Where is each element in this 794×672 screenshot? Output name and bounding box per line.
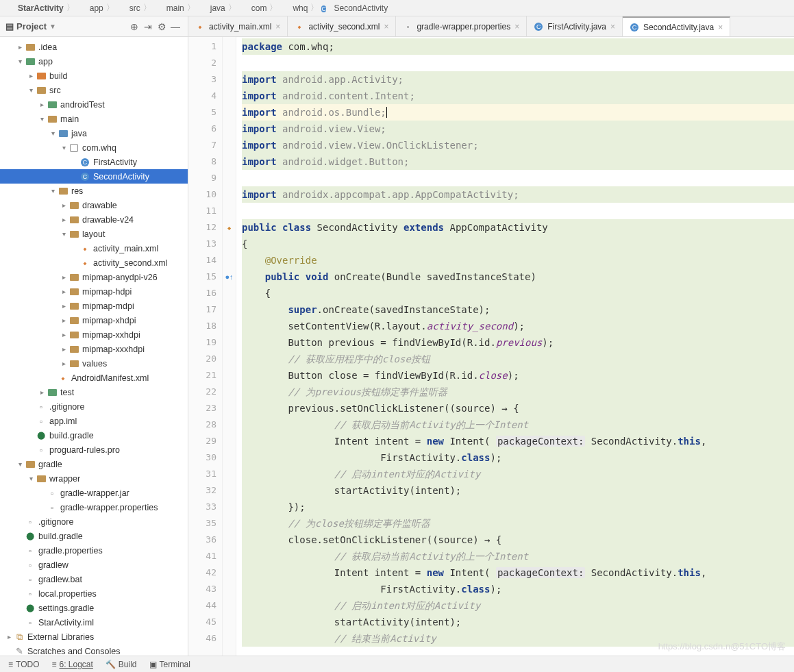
tree-node[interactable]: ▸mipmap-mdpi (0, 299, 188, 313)
tree-node[interactable]: ▸mipmap-anydpi-v26 (0, 270, 188, 284)
collapse-icon[interactable]: ⇥ (141, 20, 155, 34)
tree-node[interactable]: ▸✎Scratches and Consoles (0, 644, 188, 656)
line-gutter: 1234567891011121314151617181920212223282… (188, 37, 223, 656)
breadcrumb-item[interactable]: main (154, 3, 184, 13)
tree-node[interactable]: ▸▫StarActivity.iml (0, 615, 188, 630)
sidebar-header: ▤ Project ▼ ⊕ ⇥ ⚙ — (0, 16, 188, 37)
tree-node[interactable]: ▸▫gradle-wrapper.properties (0, 500, 188, 514)
tree-node[interactable]: ▾gradle (0, 457, 188, 471)
tree-node[interactable]: ▸⬥activity_main.xml (0, 241, 188, 256)
close-icon[interactable]: × (275, 22, 280, 32)
tree-node[interactable]: ▸▫proguard-rules.pro (0, 443, 188, 457)
editor-tabs: ⬥activity_main.xml×⬥activity_second.xml×… (188, 16, 794, 37)
tree-node[interactable]: ▾src (0, 83, 188, 97)
breadcrumb-item[interactable]: whq (280, 3, 308, 13)
breadcrumb-item[interactable]: CSecondActivity (321, 3, 388, 13)
tree-node[interactable]: ▸drawable-v24 (0, 212, 188, 227)
target-icon[interactable]: ⊕ (127, 20, 141, 34)
tree-node[interactable]: ▸▫local.properties (0, 586, 188, 601)
close-icon[interactable]: × (610, 22, 615, 32)
tree-node[interactable]: ▾layout (0, 227, 188, 241)
marker-gutter: ⬥●↑ (223, 37, 236, 656)
editor-tab[interactable]: ⬥activity_second.xml× (288, 16, 396, 36)
editor-area: ⬥activity_main.xml×⬥activity_second.xml×… (188, 16, 794, 656)
editor-tab[interactable]: ▫gradle-wrapper.properties× (396, 16, 527, 36)
tree-node[interactable]: ▾com.whq (0, 140, 188, 155)
breadcrumb-item[interactable]: app (77, 3, 103, 13)
tree-node[interactable]: ▸CSecondActivity (0, 169, 188, 184)
tree-node[interactable]: ▾main (0, 112, 188, 126)
tree-node[interactable]: ▸mipmap-xxxhdpi (0, 342, 188, 356)
hide-icon[interactable]: — (169, 20, 182, 34)
tree-node[interactable]: ▸androidTest (0, 97, 188, 112)
project-sidebar: ▤ Project ▼ ⊕ ⇥ ⚙ — ▸.idea▾app▸build▾src… (0, 16, 188, 656)
tree-node[interactable]: ▸⬥activity_second.xml (0, 256, 188, 270)
close-icon[interactable]: × (384, 22, 388, 32)
close-icon[interactable]: × (718, 23, 723, 32)
tree-node[interactable]: ▸drawable (0, 198, 188, 212)
breadcrumb-item[interactable]: StarActivity (5, 3, 64, 13)
bottom-toolbar: ≡ TODO ≡ 6: Logcat 🔨 Build ▣ Terminal (0, 656, 794, 672)
tree-node[interactable]: ▸mipmap-hdpi (0, 284, 188, 299)
tree-node[interactable]: ▾java (0, 126, 188, 140)
tree-node[interactable]: ▸test (0, 385, 188, 399)
tree-node[interactable]: ▸▫.gitignore (0, 514, 188, 529)
tree-node[interactable]: ▸⬥AndroidManifest.xml (0, 371, 188, 385)
tree-node[interactable]: ▸▫.gitignore (0, 399, 188, 414)
breadcrumb-item[interactable]: com (239, 3, 267, 13)
tree-node[interactable]: ▸▫gradlew.bat (0, 572, 188, 586)
editor-tab[interactable]: CSecondActivity.java× (623, 16, 730, 36)
breadcrumb-item[interactable]: java (198, 3, 225, 13)
tree-node[interactable]: ▸values (0, 356, 188, 371)
tree-node[interactable]: ▸mipmap-xhdpi (0, 313, 188, 327)
editor-tab[interactable]: CFirstActivity.java× (527, 16, 623, 36)
project-tree[interactable]: ▸.idea▾app▸build▾src▸androidTest▾main▾ja… (0, 37, 188, 656)
code-editor[interactable]: package com.whq; import android.app.Acti… (236, 37, 794, 656)
tree-node[interactable]: ▸⧉External Libraries (0, 630, 188, 644)
tree-node[interactable]: ▸▫gradle.properties (0, 543, 188, 558)
close-icon[interactable]: × (514, 22, 519, 32)
tree-node[interactable]: ▸▫gradlew (0, 558, 188, 572)
sidebar-title[interactable]: ▤ Project ▼ (5, 21, 56, 32)
tree-node[interactable]: ▾res (0, 184, 188, 198)
tree-node[interactable]: ▾app (0, 54, 188, 69)
breadcrumb-item[interactable]: src (117, 3, 140, 13)
tree-node[interactable]: ▸⬤settings.gradle (0, 601, 188, 615)
tree-node[interactable]: ▸⬤build.gradle (0, 529, 188, 543)
terminal-tool[interactable]: ▣ Terminal (149, 660, 190, 669)
tree-node[interactable]: ▸⬤build.gradle (0, 428, 188, 443)
tree-node[interactable]: ▸▫gradle-wrapper.jar (0, 486, 188, 500)
editor-tab[interactable]: ⬥activity_main.xml× (188, 16, 288, 36)
tree-node[interactable]: ▾wrapper (0, 471, 188, 486)
gear-icon[interactable]: ⚙ (155, 20, 169, 34)
logcat-tool[interactable]: ≡ 6: Logcat (51, 660, 92, 669)
breadcrumb: StarActivity〉app〉src〉main〉java〉com〉whq〉C… (0, 0, 794, 16)
tree-node[interactable]: ▸mipmap-xxhdpi (0, 327, 188, 342)
build-tool[interactable]: 🔨 Build (106, 660, 137, 669)
tree-node[interactable]: ▸build (0, 69, 188, 83)
tree-node[interactable]: ▸CFirstActivity (0, 155, 188, 169)
todo-tool[interactable]: ≡ TODO (8, 660, 39, 669)
tree-node[interactable]: ▸.idea (0, 40, 188, 54)
tree-node[interactable]: ▸▫app.iml (0, 414, 188, 428)
